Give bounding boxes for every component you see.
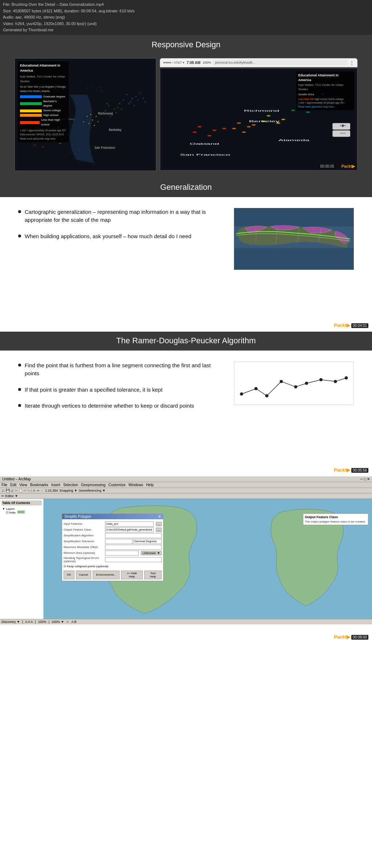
map-legend: Educational Attainment in America Kyle W…: [18, 61, 69, 142]
menu-file[interactable]: File: [1, 483, 7, 487]
simplify-polygon-dialog: Simplify Polygon ✕ Input Features India_…: [62, 513, 163, 581]
output-panel-text: The output polygon feature class to be c…: [305, 520, 367, 523]
status-scale: 100% ▼: [52, 620, 64, 624]
dialog-hide-help[interactable]: << Hide Help: [121, 571, 143, 579]
arcmap-toolbar-row: 🗂 💾 🖨 ✂ 📋 ↩ ↪ | ⊕ ➡ ↔ 1:15,384 Snapping …: [0, 488, 372, 493]
svg-point-28: [97, 121, 98, 122]
packt-badge-4: Packt▶: [334, 634, 350, 640]
bullet-dot-5: [18, 404, 21, 407]
svg-point-108: [334, 380, 337, 383]
min-area-field[interactable]: [105, 551, 139, 556]
dialog-ok[interactable]: OK: [64, 571, 74, 579]
field-tolerance: Simplification Tolerance Decimal Degrees: [64, 539, 162, 544]
timecode-1: 00:00:05: [319, 164, 335, 169]
svg-point-18: [60, 143, 61, 144]
svg-point-25: [88, 123, 89, 124]
svg-point-40: [132, 98, 133, 99]
packt-badge-3: Packt▶: [334, 467, 350, 473]
svg-point-55: [87, 87, 88, 88]
svg-point-76: [281, 119, 285, 120]
toc-layer-india[interactable]: ☑ India: [2, 511, 41, 514]
svg-point-101: [240, 393, 243, 396]
mobile-menu-icon[interactable]: ⋮: [349, 60, 354, 65]
menu-view[interactable]: View: [19, 483, 27, 487]
dialog-environments[interactable]: Environments...: [93, 571, 120, 579]
svg-text:+: +: [339, 124, 346, 128]
dialog-close[interactable]: ✕: [158, 515, 161, 519]
menu-bookmarks[interactable]: Bookmarks: [30, 483, 48, 487]
field-topo: Handling Topological Errors (optional): [64, 556, 162, 563]
svg-point-34: [110, 116, 111, 117]
mobile-info-title: Educational Attainment in America: [298, 73, 352, 83]
svg-point-70: [237, 122, 241, 124]
timecode-4: 00:08:00: [351, 635, 368, 640]
svg-point-107: [320, 378, 323, 381]
arcmap-window-controls[interactable]: ─ □ ✕: [360, 477, 370, 481]
rdp-bullet-list: Find the point that is furthest from a l…: [18, 361, 223, 410]
mobile-browser-bar: ●●●●○ AT&T ▾ 7:08 AM 100% personal.tcu.e…: [160, 58, 357, 67]
output-browse[interactable]: ...: [156, 528, 162, 532]
svg-point-81: [291, 110, 295, 111]
status-separator-3: |: [49, 620, 49, 624]
svg-point-68: [207, 135, 211, 136]
output-feature-field[interactable]: D:\ArcGIS\Default.gdb\India_generalized: [105, 527, 154, 532]
svg-point-66: [213, 129, 217, 131]
menu-help[interactable]: Help: [146, 483, 154, 487]
toc-layer-1[interactable]: ▼ Layers: [2, 507, 41, 511]
packt-badge-2: Packt▶: [334, 323, 350, 328]
topo-field[interactable]: [105, 557, 162, 562]
algorithm-field[interactable]: [105, 533, 162, 538]
svg-point-73: [242, 131, 246, 133]
field-browse[interactable]: ...: [156, 522, 162, 526]
dialog-body: Input Features India_pro ... Output Feat…: [62, 519, 163, 581]
field-input: Input Features India_pro ...: [64, 521, 162, 527]
mobile-info-link[interactable]: Read more about the map here...: [298, 105, 352, 109]
min-area-dropdown[interactable]: Unknown ▼: [141, 551, 162, 555]
menu-insert[interactable]: Insert: [51, 483, 60, 487]
output-panel: Output Feature Class The output polygon …: [303, 513, 368, 525]
menu-customize[interactable]: Customize: [108, 483, 125, 487]
svg-point-58: [101, 91, 102, 91]
svg-text:Berkeley: Berkeley: [109, 128, 122, 132]
generalization-bullet-1: Cartographic generalization – representi…: [18, 208, 223, 224]
menu-windows[interactable]: Windows: [129, 483, 143, 487]
rdp-bullet-3: Iterate through vertices to determine wh…: [18, 402, 223, 410]
dialog-tool-help[interactable]: Tool Help: [144, 571, 162, 579]
rdp-bullet-1: Find the point that is furthest from a l…: [18, 361, 223, 378]
field-offset: Maximum Allowable Offset: [64, 545, 162, 550]
menu-selection[interactable]: Selection: [63, 483, 78, 487]
tolerance-unit[interactable]: Decimal Degrees: [133, 539, 162, 544]
spacer-1: Packt▶ 00:04:01: [0, 281, 372, 332]
svg-rect-99: [234, 248, 353, 269]
svg-text:Berkeley: Berkeley: [249, 120, 280, 123]
svg-point-109: [345, 376, 348, 379]
svg-point-48: [143, 98, 144, 99]
svg-point-71: [247, 126, 251, 127]
svg-point-35: [106, 103, 108, 104]
offset-field[interactable]: [105, 545, 162, 550]
svg-point-67: [193, 131, 197, 133]
field-min-area: Minimum Area (optional) Unknown ▼: [64, 551, 162, 556]
arcmap-editor-toolbar: ✏ Editor ▼: [0, 493, 372, 499]
svg-point-49: [145, 101, 146, 103]
bullet-dot-1: [18, 210, 21, 213]
mobile-info-desc2: 1 dot = approximately 50 people age 25+: [298, 101, 352, 105]
bullet-dot-2: [18, 235, 21, 237]
svg-point-41: [123, 100, 124, 101]
generalization-bullets: Cartographic generalization – representi…: [18, 208, 223, 249]
input-features-field[interactable]: India_pro: [105, 521, 154, 527]
menu-geoprocessing[interactable]: Geoprocessing: [81, 483, 105, 487]
status-font: A A A: [25, 620, 33, 624]
keep-collapsed-checkbox[interactable]: ☑: [64, 565, 66, 568]
tolerance-value[interactable]: [105, 539, 133, 544]
svg-point-57: [96, 89, 97, 89]
svg-text:−: −: [339, 131, 346, 136]
svg-point-59: [100, 87, 100, 88]
svg-point-104: [280, 380, 283, 383]
desktop-map: Richmond Berkeley San Francisco Pinole V…: [15, 58, 156, 171]
svg-point-69: [222, 128, 226, 129]
menu-edit[interactable]: Edit: [10, 483, 16, 487]
dialog-cancel[interactable]: Cancel: [76, 571, 92, 579]
responsive-design-section: Richmond Berkeley San Francisco Pinole V…: [0, 55, 372, 178]
svg-text:San Francisco: San Francisco: [180, 153, 230, 156]
